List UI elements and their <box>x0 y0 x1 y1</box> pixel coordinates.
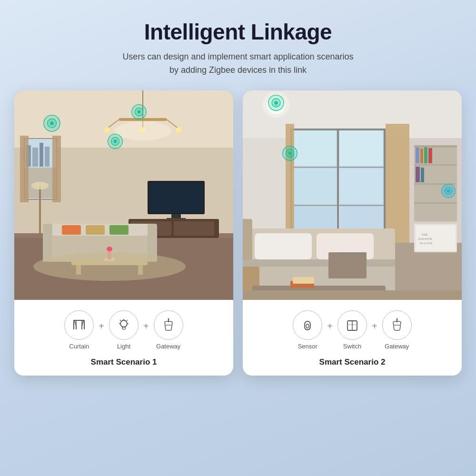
svg-rect-85 <box>292 130 336 166</box>
svg-text:THE: THE <box>421 233 428 237</box>
svg-point-71 <box>168 318 169 319</box>
wifi-dot-1 <box>43 114 61 134</box>
light-icon-circle <box>109 310 139 340</box>
device-switch: Switch <box>337 310 367 350</box>
curtain-icon-circle <box>64 310 94 340</box>
svg-rect-18 <box>20 136 29 202</box>
svg-rect-124 <box>293 277 314 284</box>
svg-rect-21 <box>149 182 203 213</box>
svg-rect-118 <box>243 259 395 267</box>
card1-bottom: Curtain + <box>14 300 233 376</box>
cards-row: Curtain + <box>14 90 462 376</box>
plus-4: + <box>372 321 377 332</box>
svg-point-64 <box>120 320 127 327</box>
svg-rect-63 <box>84 321 85 329</box>
device-row-2: Sensor + Switch + <box>250 310 454 350</box>
svg-point-134 <box>447 189 450 192</box>
svg-rect-31 <box>62 225 81 235</box>
switch-icon-circle <box>337 310 367 340</box>
svg-rect-119 <box>328 252 367 278</box>
wifi-dot-2 <box>107 133 123 151</box>
svg-rect-120 <box>338 252 367 255</box>
svg-rect-98 <box>414 202 457 204</box>
svg-point-141 <box>396 318 397 319</box>
svg-rect-61 <box>73 320 85 321</box>
svg-rect-125 <box>243 290 462 300</box>
svg-rect-62 <box>73 321 74 329</box>
svg-point-60 <box>138 110 141 113</box>
svg-rect-80 <box>384 129 386 238</box>
gateway-icon-circle-1 <box>154 310 183 340</box>
light-label: Light <box>117 343 130 350</box>
living-room-image <box>14 90 233 300</box>
svg-rect-87 <box>292 168 336 204</box>
svg-rect-99 <box>416 148 419 163</box>
svg-rect-86 <box>340 130 383 166</box>
plus-2: + <box>143 321 149 332</box>
svg-rect-135 <box>305 321 310 330</box>
device-gateway-2: Gateway <box>382 310 412 350</box>
svg-point-47 <box>176 127 181 133</box>
svg-line-67 <box>120 320 121 321</box>
svg-rect-83 <box>290 167 386 168</box>
svg-rect-115 <box>255 233 312 259</box>
svg-rect-136 <box>306 324 309 328</box>
svg-rect-88 <box>340 168 383 204</box>
svg-rect-32 <box>86 225 105 235</box>
svg-rect-19 <box>52 136 61 202</box>
gateway-label-1: Gateway <box>156 343 180 350</box>
svg-point-45 <box>104 127 110 133</box>
svg-rect-16 <box>45 147 50 167</box>
svg-point-57 <box>114 139 117 143</box>
svg-rect-15 <box>40 143 43 167</box>
svg-text:ANSWER: ANSWER <box>418 237 432 241</box>
wifi-dot-bedroom-2 <box>282 145 298 163</box>
gateway-label-2: Gateway <box>385 343 409 350</box>
device-sensor: Sensor <box>293 310 322 350</box>
device-light: Light <box>109 310 139 350</box>
svg-rect-29 <box>43 224 52 262</box>
sensor-icon-circle <box>293 310 322 340</box>
card-smart-scenario-1: Curtain + <box>14 90 233 376</box>
scenario-title-1: Smart Scenario 1 <box>22 357 226 367</box>
svg-rect-33 <box>109 225 129 235</box>
svg-rect-104 <box>421 168 424 182</box>
svg-rect-14 <box>32 148 38 167</box>
svg-rect-92 <box>286 124 294 243</box>
svg-rect-95 <box>414 145 457 148</box>
page-title: Intelligent Linkage <box>122 19 353 45</box>
svg-rect-49 <box>39 186 41 233</box>
wifi-dot-3 <box>131 104 147 122</box>
svg-rect-91 <box>386 124 409 243</box>
subtitle: Users can design and implement smart app… <box>122 50 353 77</box>
svg-point-131 <box>288 151 292 155</box>
device-curtain: Curtain <box>64 310 94 350</box>
plus-3: + <box>327 321 333 332</box>
svg-rect-82 <box>337 129 339 238</box>
gateway-icon-circle-2 <box>382 310 412 340</box>
svg-rect-22 <box>171 214 181 218</box>
plus-1: + <box>99 321 104 332</box>
svg-text:IS LOVE: IS LOVE <box>420 241 433 245</box>
svg-rect-96 <box>414 164 457 166</box>
svg-rect-84 <box>290 205 386 206</box>
device-gateway-1: Gateway <box>154 310 183 350</box>
svg-point-48 <box>33 252 186 281</box>
wifi-dot-bedroom-1 <box>268 94 285 113</box>
svg-rect-103 <box>416 167 420 182</box>
sensor-label: Sensor <box>298 343 317 350</box>
scenario-title-2: Smart Scenario 2 <box>250 357 454 367</box>
wifi-dot-bedroom-3 <box>441 183 456 200</box>
curtain-label: Curtain <box>69 343 89 350</box>
svg-point-39 <box>107 247 112 251</box>
svg-rect-100 <box>420 149 423 163</box>
header-section: Intelligent Linkage Users can design and… <box>122 19 353 77</box>
card-smart-scenario-2: THE ANSWER IS LOVE <box>243 90 462 376</box>
svg-line-66 <box>127 320 128 321</box>
svg-point-128 <box>274 101 278 104</box>
switch-label: Switch <box>343 343 361 350</box>
svg-rect-101 <box>424 147 427 163</box>
svg-rect-102 <box>428 148 432 163</box>
svg-point-54 <box>50 121 54 125</box>
bedroom-image: THE ANSWER IS LOVE <box>243 90 462 300</box>
